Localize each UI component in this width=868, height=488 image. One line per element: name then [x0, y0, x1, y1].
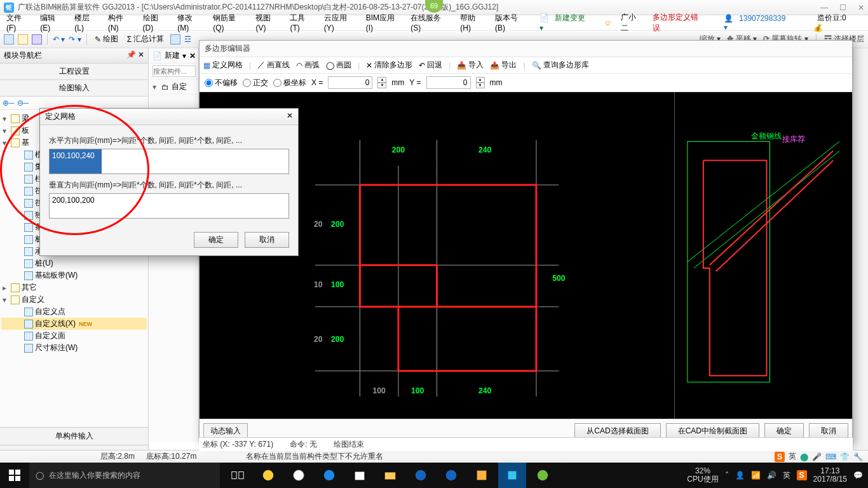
menu-modify[interactable]: 修改(M) [173, 11, 208, 34]
draw-circle-button[interactable]: ◯ 画圆 [326, 60, 351, 71]
app-icon[interactable] [468, 463, 496, 488]
explorer-icon[interactable] [376, 463, 404, 488]
dialog-ok-button[interactable]: 确定 [194, 232, 238, 248]
tree-item[interactable]: 尺寸标注(W) [1, 342, 147, 354]
app-icon[interactable] [407, 463, 435, 488]
y-spin-up[interactable]: ▲ [476, 77, 485, 83]
menu-view[interactable]: 视图(V) [252, 11, 285, 34]
sogou-tray-icon[interactable]: S [797, 470, 807, 480]
polar-radio[interactable]: 极坐标 [273, 78, 306, 88]
people-icon[interactable]: 👤 [735, 471, 745, 480]
phone-number[interactable]: 👤 13907298339 ▾ [720, 12, 799, 34]
no-offset-radio[interactable]: 不偏移 [205, 78, 238, 88]
open-icon[interactable] [18, 34, 28, 44]
dim-left-3: 20 [314, 335, 323, 344]
menu-file[interactable]: 文件(F) [3, 11, 35, 34]
collapse-icon[interactable]: ⊖─ [17, 98, 29, 107]
network-icon[interactable]: 📶 [751, 471, 761, 480]
draw-button[interactable]: ✎ 绘图 [92, 32, 121, 46]
edge-icon[interactable] [315, 463, 343, 488]
start-button[interactable] [0, 463, 29, 488]
query-library-button[interactable]: 🔍 查询多边形库 [532, 60, 589, 71]
clock[interactable]: 17:13 2017/8/15 [813, 467, 847, 484]
taskbar-search[interactable]: ◯ 在这里输入你要搜索的内容 [29, 463, 220, 488]
menu-rebar[interactable]: 钢筋量(Q) [209, 11, 250, 34]
component-search-input[interactable] [153, 65, 196, 77]
ime-indicator[interactable]: 英 [783, 470, 790, 481]
task-view-icon[interactable] [224, 463, 252, 488]
new-icon[interactable] [4, 34, 14, 44]
tree-item[interactable]: 桩(U) [1, 257, 147, 269]
clear-polygon-button[interactable]: ✕ 清除多边形 [366, 60, 412, 71]
tray-chevron-icon[interactable]: ˄ [725, 471, 729, 480]
action-center-icon[interactable]: 💬 [853, 471, 863, 480]
vertical-spacing-input[interactable]: 200,100,200 [49, 193, 289, 219]
draw-arc-button[interactable]: ◠ 画弧 [296, 60, 320, 71]
tree-item[interactable]: 自定义点 [1, 306, 147, 318]
tree-item[interactable]: 自定义面 [1, 330, 147, 342]
back-button[interactable]: ↶ 回退 [419, 60, 442, 71]
user-avatar-icon[interactable]: ☺ [600, 17, 616, 29]
define-grid-button[interactable]: ▦ 定义网格 [203, 60, 243, 71]
volume-icon[interactable]: 🔊 [767, 471, 776, 480]
import-button[interactable]: 📥 导入 [457, 60, 484, 71]
tray-icon[interactable]: 🔧 [853, 452, 863, 461]
app-icon[interactable] [285, 463, 313, 488]
horizontal-spacing-input[interactable] [49, 149, 289, 174]
expand-icon[interactable]: ⊕─ [3, 98, 15, 107]
menu-tool[interactable]: 工具(T) [286, 11, 318, 34]
sumcalc-button[interactable]: Σ 汇总计算 [125, 32, 166, 46]
ortho-radio[interactable]: 正交 [243, 78, 268, 88]
tray-icon[interactable]: ⬤ [800, 452, 808, 461]
app-icon[interactable] [437, 463, 465, 488]
undo-icon[interactable]: ↶ ▾ [53, 35, 65, 44]
app-icon[interactable] [529, 463, 557, 488]
menu-cloud[interactable]: 云应用(Y) [320, 11, 361, 34]
x-spin-up[interactable]: ▲ [377, 77, 386, 83]
dim-right: 500 [552, 274, 565, 283]
menu-floor[interactable]: 楼层(L) [71, 11, 103, 34]
tool-icon-2[interactable]: ☲ [184, 35, 191, 44]
tree-item[interactable]: 自定义线(X)NEW [1, 318, 147, 330]
y-spin-down[interactable]: ▼ [476, 83, 485, 88]
y-input[interactable] [426, 76, 471, 89]
engineering-settings-tab[interactable]: 工程设置 [0, 64, 148, 80]
tree-item[interactable]: ▸其它 [1, 281, 147, 294]
redo-icon[interactable]: ↷ ▾ [69, 35, 81, 44]
export-button[interactable]: 📤 导出 [490, 60, 517, 71]
draw-line-button[interactable]: ／ 画直线 [257, 60, 290, 71]
menu-version[interactable]: 版本号(B) [491, 11, 532, 34]
panel-controls[interactable]: 📌 ✕ [126, 50, 144, 61]
dialog-cancel-button[interactable]: 取消 [245, 232, 289, 248]
x-input[interactable] [328, 76, 372, 89]
sogou-ime-icon[interactable]: S [775, 452, 785, 462]
menu-component[interactable]: 构件(N) [104, 11, 138, 34]
tree-item[interactable]: 基础板带(W) [1, 269, 147, 281]
tree-item[interactable]: ▾自定义 [1, 294, 147, 306]
tray-icon[interactable]: 👕 [840, 452, 850, 461]
menu-online[interactable]: 在线服务(S) [407, 11, 455, 34]
tray-icon[interactable]: ⌨ [825, 452, 836, 461]
save-icon[interactable] [32, 34, 42, 44]
ime-lang[interactable]: 英 [789, 451, 796, 462]
menu-help[interactable]: 帮助(H) [456, 11, 490, 34]
menu-edit[interactable]: 编辑(E) [36, 11, 69, 34]
new-change-button[interactable]: 📄 新建变更 ▾ [536, 11, 599, 34]
separator [86, 34, 87, 45]
menu-draw[interactable]: 绘图(D) [139, 11, 173, 34]
app-icon[interactable] [254, 463, 282, 488]
custom-category[interactable]: ▾🗀 自定 [150, 79, 198, 95]
store-icon[interactable] [346, 463, 374, 488]
new-component-button[interactable]: 📄 新建 ▾ ✕ [150, 48, 198, 64]
preview-canvas[interactable]: 接库荐 金额钢线 [674, 92, 852, 419]
tool-icon[interactable] [170, 34, 180, 44]
x-spin-down[interactable]: ▼ [377, 83, 386, 88]
app-icon-active[interactable] [498, 463, 526, 488]
menu-bim[interactable]: BIM应用(I) [362, 11, 406, 34]
tray-icon[interactable]: 🎤 [812, 452, 822, 461]
draw-input-tab[interactable]: 绘图输入 [0, 80, 148, 97]
dialog-close-icon[interactable]: ✕ [287, 111, 293, 122]
svg-point-34 [324, 470, 335, 481]
cpu-meter[interactable]: 32% CPU使用 [687, 467, 718, 484]
single-component-input[interactable]: 单构件输入 [0, 427, 148, 445]
